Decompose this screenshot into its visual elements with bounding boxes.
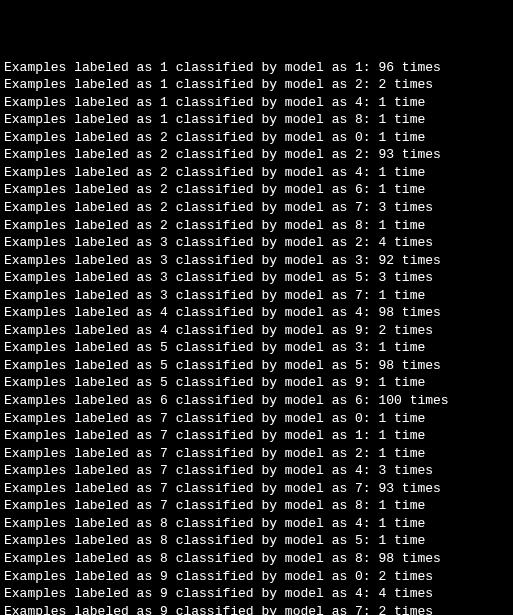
- confusion-line: Examples labeled as 9 classified by mode…: [4, 585, 509, 603]
- confusion-line: Examples labeled as 3 classified by mode…: [4, 252, 509, 270]
- confusion-line: Examples labeled as 5 classified by mode…: [4, 374, 509, 392]
- confusion-line: Examples labeled as 1 classified by mode…: [4, 76, 509, 94]
- confusion-line: Examples labeled as 7 classified by mode…: [4, 480, 509, 498]
- confusion-lines: Examples labeled as 1 classified by mode…: [4, 59, 509, 615]
- confusion-line: Examples labeled as 7 classified by mode…: [4, 410, 509, 428]
- confusion-line: Examples labeled as 3 classified by mode…: [4, 269, 509, 287]
- confusion-line: Examples labeled as 2 classified by mode…: [4, 164, 509, 182]
- confusion-line: Examples labeled as 7 classified by mode…: [4, 427, 509, 445]
- confusion-line: Examples labeled as 6 classified by mode…: [4, 392, 509, 410]
- confusion-line: Examples labeled as 5 classified by mode…: [4, 339, 509, 357]
- confusion-line: Examples labeled as 5 classified by mode…: [4, 357, 509, 375]
- confusion-line: Examples labeled as 2 classified by mode…: [4, 146, 509, 164]
- confusion-line: Examples labeled as 8 classified by mode…: [4, 515, 509, 533]
- terminal-output: Examples labeled as 1 classified by mode…: [0, 0, 513, 615]
- confusion-line: Examples labeled as 7 classified by mode…: [4, 462, 509, 480]
- confusion-line: Examples labeled as 2 classified by mode…: [4, 217, 509, 235]
- confusion-line: Examples labeled as 2 classified by mode…: [4, 199, 509, 217]
- confusion-line: Examples labeled as 8 classified by mode…: [4, 532, 509, 550]
- confusion-line: Examples labeled as 1 classified by mode…: [4, 94, 509, 112]
- confusion-line: Examples labeled as 7 classified by mode…: [4, 497, 509, 515]
- confusion-line: Examples labeled as 4 classified by mode…: [4, 322, 509, 340]
- confusion-line: Examples labeled as 7 classified by mode…: [4, 445, 509, 463]
- confusion-line: Examples labeled as 9 classified by mode…: [4, 568, 509, 586]
- confusion-line: Examples labeled as 9 classified by mode…: [4, 603, 509, 615]
- confusion-line: Examples labeled as 1 classified by mode…: [4, 59, 509, 77]
- confusion-line: Examples labeled as 1 classified by mode…: [4, 111, 509, 129]
- confusion-line: Examples labeled as 2 classified by mode…: [4, 129, 509, 147]
- confusion-line: Examples labeled as 2 classified by mode…: [4, 181, 509, 199]
- confusion-line: Examples labeled as 8 classified by mode…: [4, 550, 509, 568]
- confusion-line: Examples labeled as 3 classified by mode…: [4, 287, 509, 305]
- confusion-line: Examples labeled as 3 classified by mode…: [4, 234, 509, 252]
- confusion-line: Examples labeled as 4 classified by mode…: [4, 304, 509, 322]
